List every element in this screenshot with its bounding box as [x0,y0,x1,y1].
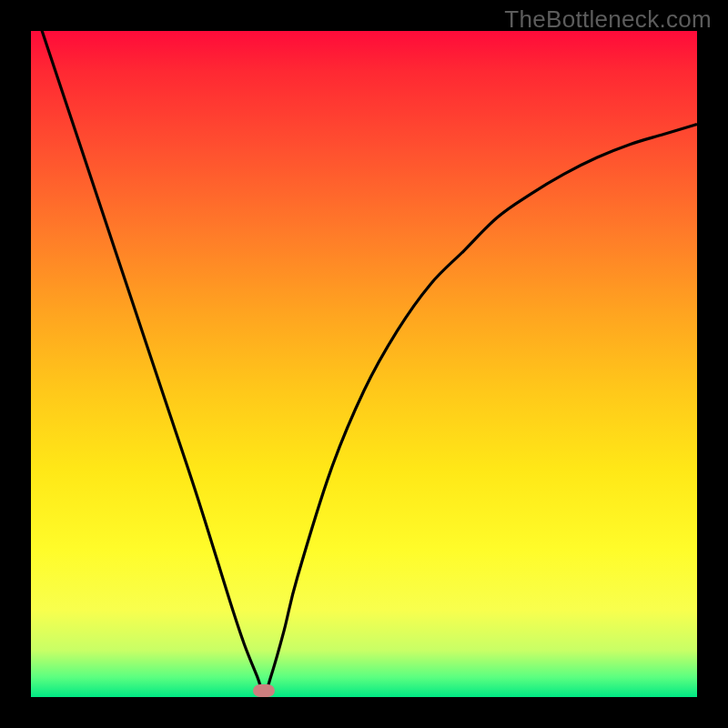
curve-path [31,31,697,693]
plot-area [31,31,697,697]
chart-frame: TheBottleneck.com [0,0,728,728]
bottleneck-curve [31,31,697,697]
watermark-text: TheBottleneck.com [504,5,712,34]
optimum-marker [253,684,275,697]
